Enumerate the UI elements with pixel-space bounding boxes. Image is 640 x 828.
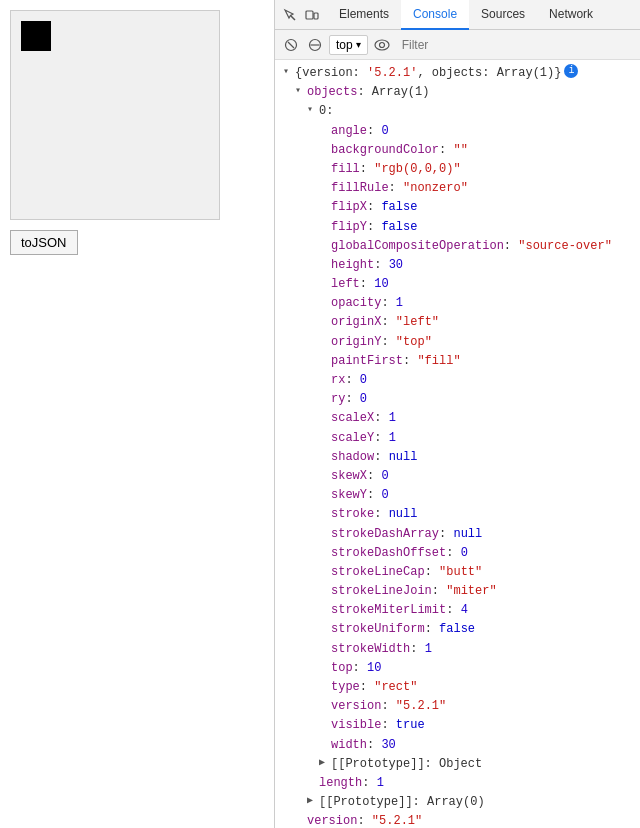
console-output: ▾ {version: '5.2.1', objects: Array(1)} …: [275, 60, 640, 828]
tab-console[interactable]: Console: [401, 0, 469, 30]
tab-network[interactable]: Network: [537, 0, 605, 30]
field-scaleY: scaleY: 1: [275, 429, 640, 448]
device-icon[interactable]: [303, 6, 321, 24]
field-strokeLineJoin: strokeLineJoin: "miter": [275, 582, 640, 601]
context-dropdown[interactable]: top ▾: [329, 35, 368, 55]
toggle-arrow-objects[interactable]: ▾: [295, 83, 307, 99]
collapse-arrow-array[interactable]: ▶: [307, 793, 319, 809]
field-strokeUniform: strokeUniform: false: [275, 620, 640, 639]
block-icon[interactable]: [305, 35, 325, 55]
devtools-icon-group: [275, 6, 327, 24]
svg-rect-2: [314, 13, 318, 19]
field-ry: ry: 0: [275, 390, 640, 409]
devtools-panel: Elements Console Sources Network top: [275, 0, 640, 828]
field-fill: fill: "rgb(0,0,0)": [275, 160, 640, 179]
field-visible: visible: true: [275, 716, 640, 735]
chevron-down-icon: ▾: [356, 39, 361, 50]
toggle-arrow-zero[interactable]: ▾: [307, 102, 319, 118]
field-globalCompositeOperation: globalCompositeOperation: "source-over": [275, 237, 640, 256]
field-strokeLineCap: strokeLineCap: "butt": [275, 563, 640, 582]
info-icon[interactable]: i: [564, 64, 578, 78]
field-rx: rx: 0: [275, 371, 640, 390]
devtools-tabs-bar: Elements Console Sources Network: [275, 0, 640, 30]
field-shadow: shadow: null: [275, 448, 640, 467]
field-width: width: 30: [275, 736, 640, 755]
svg-rect-1: [306, 11, 313, 19]
field-strokeWidth: strokeWidth: 1: [275, 640, 640, 659]
field-scaleX: scaleX: 1: [275, 409, 640, 428]
field-originY: originY: "top": [275, 333, 640, 352]
field-originX: originX: "left": [275, 313, 640, 332]
field-type: type: "rect": [275, 678, 640, 697]
console-root-line[interactable]: ▾ {version: '5.2.1', objects: Array(1)} …: [275, 64, 640, 83]
inspect-icon[interactable]: [281, 6, 299, 24]
field-backgroundColor: backgroundColor: "": [275, 141, 640, 160]
svg-point-8: [379, 42, 384, 47]
field-skewY: skewY: 0: [275, 486, 640, 505]
field-flipX: flipX: false: [275, 198, 640, 217]
length-line: length: 1: [275, 774, 640, 793]
console-toolbar: top ▾: [275, 30, 640, 60]
left-panel: toJSON: [0, 0, 275, 828]
field-opacity: opacity: 1: [275, 294, 640, 313]
field-fillRule: fillRule: "nonzero": [275, 179, 640, 198]
index-zero-line[interactable]: ▾ 0:: [275, 102, 640, 121]
field-stroke: stroke: null: [275, 505, 640, 524]
field-strokeDashOffset: strokeDashOffset: 0: [275, 544, 640, 563]
fabric-rect: [21, 21, 51, 51]
filter-input[interactable]: [396, 35, 634, 55]
tab-elements[interactable]: Elements: [327, 0, 401, 30]
eye-icon[interactable]: [372, 35, 392, 55]
field-left: left: 10: [275, 275, 640, 294]
field-flipY: flipY: false: [275, 218, 640, 237]
field-skewX: skewX: 0: [275, 467, 640, 486]
objects-array-line[interactable]: ▾ objects: Array(1): [275, 83, 640, 102]
field-strokeMiterLimit: strokeMiterLimit: 4: [275, 601, 640, 620]
prototype-array-line[interactable]: ▶ [[Prototype]]: Array(0): [275, 793, 640, 812]
svg-point-7: [375, 40, 389, 50]
svg-line-4: [288, 42, 294, 48]
field-paintFirst: paintFirst: "fill": [275, 352, 640, 371]
toggle-arrow[interactable]: ▾: [283, 64, 295, 80]
field-top: top: 10: [275, 659, 640, 678]
field-height: height: 30: [275, 256, 640, 275]
prototype-object-inner[interactable]: ▶ [[Prototype]]: Object: [275, 755, 640, 774]
canvas-area: [10, 10, 220, 220]
field-version: version: "5.2.1": [275, 697, 640, 716]
field-angle: angle: 0: [275, 122, 640, 141]
tab-sources[interactable]: Sources: [469, 0, 537, 30]
field-strokeDashArray: strokeDashArray: null: [275, 525, 640, 544]
collapse-arrow[interactable]: ▶: [319, 755, 331, 771]
svg-line-0: [291, 15, 296, 20]
version-root-line: version: "5.2.1": [275, 812, 640, 828]
tojson-button[interactable]: toJSON: [10, 230, 78, 255]
clear-console-button[interactable]: [281, 35, 301, 55]
